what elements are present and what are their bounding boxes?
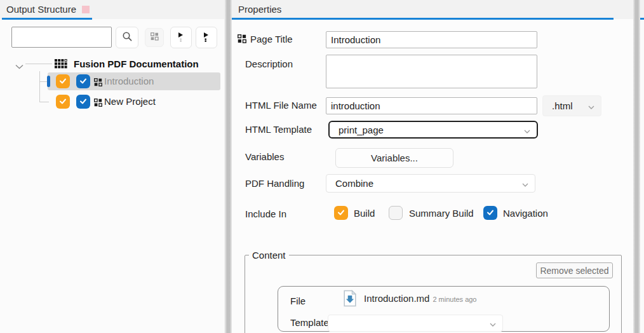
- grid-view-button[interactable]: [145, 28, 164, 47]
- right-panel-edge: [640, 0, 644, 333]
- search-icon: [122, 31, 133, 44]
- grid-view-icon: [151, 32, 159, 43]
- pdf-handling-value: Combine: [335, 178, 522, 189]
- pdf-handling-label: PDF Handling: [245, 175, 304, 192]
- right-splitter[interactable]: [633, 0, 640, 333]
- checkmark-icon: [58, 76, 67, 87]
- checkmark-icon: [486, 208, 495, 219]
- modified-indicator: [82, 6, 90, 13]
- collapse-all-icon: [202, 32, 211, 44]
- output-structure-tabbar: Output Structure: [0, 0, 224, 19]
- navigation-checkbox[interactable]: [76, 95, 90, 109]
- output-structure-panel: Output Structure: [0, 0, 224, 333]
- tree-item-new-project[interactable]: New Project: [48, 93, 220, 111]
- collapse-all-button[interactable]: [196, 27, 217, 48]
- html-template-dropdown[interactable]: print_page: [328, 121, 538, 139]
- variables-button[interactable]: Variables...: [335, 148, 453, 168]
- properties-body: Page Title Description HTML File Name .h…: [232, 20, 633, 333]
- markdown-file-icon: [343, 290, 357, 309]
- tree-root-row[interactable]: Fusion PDF Documentation: [0, 56, 224, 72]
- content-group-legend: Content: [249, 250, 289, 261]
- panel-splitter[interactable]: [225, 0, 232, 333]
- search-button[interactable]: [116, 27, 138, 48]
- tab-output-structure-label: Output Structure: [6, 4, 76, 15]
- tree-item-label: New Project: [104, 93, 156, 111]
- file-label: File: [290, 293, 305, 309]
- include-summary-build-label: Summary Build: [409, 206, 474, 221]
- search-input[interactable]: [11, 27, 112, 48]
- remove-selected-button[interactable]: Remove selected: [536, 262, 613, 278]
- description-input[interactable]: [326, 55, 537, 88]
- include-summary-build-checkbox[interactable]: [389, 206, 403, 220]
- right-panel-tabbar: [640, 0, 644, 19]
- tree-guide-line: [25, 64, 52, 64]
- project-grid-icon: [55, 59, 68, 71]
- checkmark-icon: [58, 97, 67, 107]
- content-template-dropdown[interactable]: [328, 315, 503, 332]
- include-navigation-label: Navigation: [503, 206, 548, 221]
- html-file-name-input[interactable]: [326, 97, 537, 114]
- tree-root-label: Fusion PDF Documentation: [74, 56, 199, 72]
- build-checkbox[interactable]: [56, 74, 70, 88]
- page-icon: [94, 98, 102, 109]
- content-group: Content Remove selected File Introductio…: [245, 250, 622, 333]
- page-icon: [94, 78, 102, 88]
- html-file-name-label: HTML File Name: [245, 97, 317, 114]
- properties-panel: Properties Page Title Description HTML F…: [232, 0, 633, 333]
- expand-all-button[interactable]: [170, 27, 192, 48]
- file-timestamp: 2 minutes ago: [433, 296, 476, 303]
- checkmark-icon: [79, 76, 88, 87]
- dropdown-chevron-icon: [522, 178, 528, 189]
- html-template-value: print_page: [339, 125, 524, 135]
- include-build-checkbox[interactable]: [334, 206, 348, 220]
- html-template-label: HTML Template: [245, 121, 312, 138]
- dropdown-chevron-icon: [490, 318, 496, 329]
- description-label: Description: [245, 56, 293, 72]
- output-structure-body: Fusion PDF Documentation Introduction: [0, 20, 224, 333]
- pdf-handling-dropdown[interactable]: Combine: [326, 174, 535, 193]
- html-extension-value: .html: [552, 100, 588, 111]
- content-item-card[interactable]: File Introduction.md2 minutes ago Templa…: [278, 286, 610, 332]
- tab-properties-label: Properties: [238, 4, 281, 15]
- dropdown-chevron-icon: [588, 100, 594, 111]
- html-extension-dropdown[interactable]: .html: [542, 95, 601, 116]
- checkmark-icon: [79, 97, 88, 107]
- include-build-label: Build: [354, 206, 375, 221]
- template-label: Template: [290, 315, 329, 331]
- tree-item-label: Introduction: [104, 72, 154, 90]
- build-checkbox[interactable]: [56, 95, 70, 109]
- properties-tabbar: Properties: [232, 0, 633, 19]
- active-tab-underline: [640, 18, 644, 20]
- expand-all-icon: [177, 32, 185, 44]
- page-title-input[interactable]: [326, 31, 537, 48]
- include-in-label: Include In: [245, 206, 286, 222]
- include-navigation-checkbox[interactable]: [483, 206, 497, 220]
- tree-guide-line: [39, 71, 40, 102]
- selection-pill: [47, 76, 50, 87]
- tab-properties[interactable]: Properties: [238, 0, 281, 18]
- navigation-checkbox[interactable]: [76, 74, 90, 88]
- tree-item-introduction[interactable]: Introduction: [48, 72, 220, 90]
- dropdown-chevron-icon: [524, 125, 530, 135]
- checkmark-icon: [337, 208, 345, 219]
- page-title-label: Page Title: [250, 31, 293, 48]
- tab-output-structure[interactable]: Output Structure: [6, 0, 90, 18]
- page-icon: [238, 34, 246, 45]
- expander-chevron-icon[interactable]: [15, 60, 23, 71]
- file-name-text: Introduction.md: [364, 293, 429, 304]
- file-name: Introduction.md2 minutes ago: [364, 290, 477, 308]
- variables-label: Variables: [245, 149, 284, 165]
